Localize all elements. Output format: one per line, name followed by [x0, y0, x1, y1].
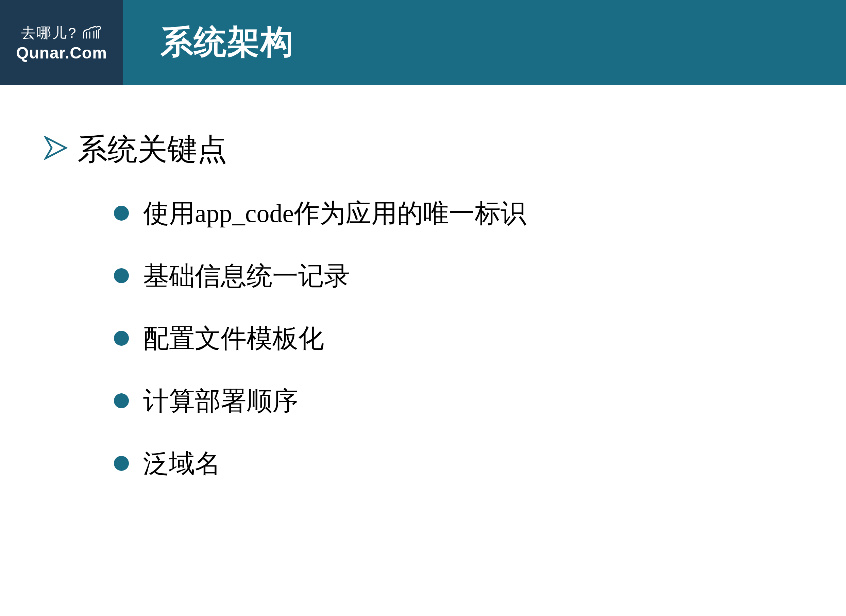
camel-icon — [82, 23, 102, 43]
dot-bullet-icon — [114, 206, 129, 221]
bullet-text: 配置文件模板化 — [143, 325, 324, 351]
list-item: 计算部署顺序 — [114, 388, 802, 414]
brand-logo: 去哪儿? Qunar.Com — [0, 0, 123, 85]
bullet-text: 计算部署顺序 — [143, 388, 298, 414]
slide-header: 去哪儿? Qunar.Com 系统架构 — [0, 0, 846, 85]
logo-tagline: 去哪儿? — [21, 23, 77, 43]
logo-brand-name: Qunar.Com — [16, 44, 107, 62]
bullet-text: 基础信息统一记录 — [143, 263, 350, 289]
bullet-list: 使用app_code作为应用的唯一标识 基础信息统一记录 配置文件模板化 计算部… — [44, 200, 802, 476]
logo-tagline-row: 去哪儿? — [21, 23, 102, 43]
dot-bullet-icon — [114, 268, 129, 283]
dot-bullet-icon — [114, 331, 129, 346]
list-item: 泛域名 — [114, 450, 802, 476]
list-item: 基础信息统一记录 — [114, 263, 802, 289]
bullet-text: 使用app_code作为应用的唯一标识 — [143, 200, 526, 226]
content-heading-row: 系统关键点 — [44, 129, 802, 170]
dot-bullet-icon — [114, 456, 129, 471]
content-heading: 系统关键点 — [78, 129, 227, 170]
bullet-text: 泛域名 — [143, 450, 221, 476]
slide-title: 系统架构 — [160, 21, 294, 65]
dot-bullet-icon — [114, 393, 129, 408]
list-item: 配置文件模板化 — [114, 325, 802, 351]
arrow-bullet-icon — [44, 135, 68, 164]
list-item: 使用app_code作为应用的唯一标识 — [114, 200, 802, 226]
slide-content: 系统关键点 使用app_code作为应用的唯一标识 基础信息统一记录 配置文件模… — [0, 85, 846, 476]
